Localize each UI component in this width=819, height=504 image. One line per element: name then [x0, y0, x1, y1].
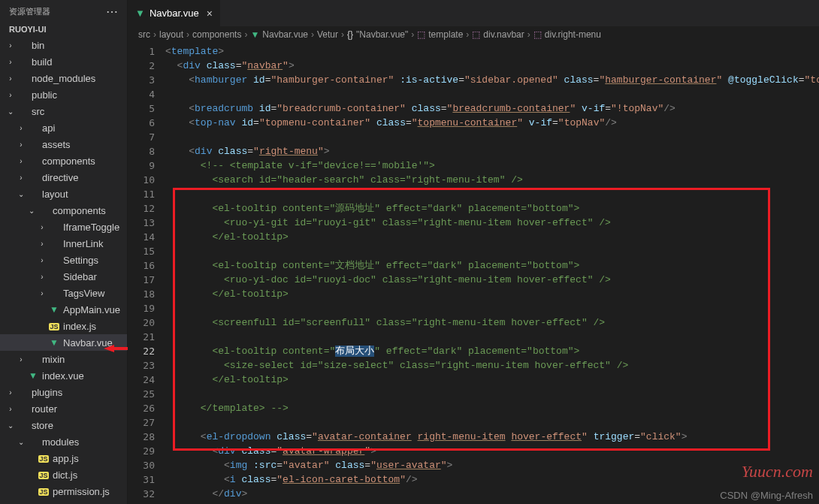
tree-label: TagsView	[63, 288, 104, 299]
tree-item-src[interactable]: ⌄src	[0, 103, 127, 119]
vue-icon: ▼	[48, 304, 60, 315]
tree-label: store	[32, 420, 53, 431]
tree-label: AppMain.vue	[63, 304, 120, 315]
explorer-sidebar: 资源管理器 ⋯ RUOYI-UI ›bin›build›node_modules…	[0, 0, 128, 504]
tree-item-navbar-vue[interactable]: ▼Navbar.vue	[0, 334, 127, 351]
tree-item-app-js[interactable]: JSapp.js	[0, 450, 127, 466]
tree-item-directive[interactable]: ›directive	[0, 169, 127, 186]
tree-item-tagsview[interactable]: ›TagsView	[0, 285, 127, 301]
more-icon[interactable]: ⋯	[106, 5, 118, 19]
tree-label: build	[32, 56, 52, 68]
tree-label: IframeToggle	[63, 222, 119, 233]
tree-label: Settings	[63, 255, 98, 266]
tree-label: plugins	[32, 387, 62, 398]
vue-icon: ▼	[27, 370, 39, 381]
tree-label: Sidebar	[63, 271, 97, 282]
breadcrumb: src›layout›components›▼Navbar.vue›Vetur›…	[128, 26, 819, 43]
tree-item-innerlink[interactable]: ›InnerLink	[0, 235, 127, 252]
tab-bar: ▼ Navbar.vue ×	[128, 0, 819, 26]
tree-label: index.vue	[42, 370, 84, 382]
vue-icon: ▼	[48, 337, 60, 348]
breadcrumb-item[interactable]: Vetur	[317, 29, 338, 40]
tree-label: components	[53, 205, 106, 216]
breadcrumb-item[interactable]: template	[428, 29, 463, 40]
breadcrumb-item[interactable]: Navbar.vue	[262, 29, 308, 40]
js-icon: JS	[38, 469, 50, 480]
tree-label: components	[42, 155, 95, 167]
tab-label: Navbar.vue	[150, 8, 199, 19]
tree-item-sidebar[interactable]: ›Sidebar	[0, 268, 127, 285]
js-icon: JS	[38, 453, 50, 463]
tree-item-iframetoggle[interactable]: ›IframeToggle	[0, 219, 127, 235]
tree-label: mixin	[42, 354, 65, 365]
tree-item-assets[interactable]: ›assets	[0, 136, 127, 152]
vue-icon: ▼	[250, 29, 259, 40]
editor-main: ▼ Navbar.vue × src›layout›components›▼Na…	[128, 0, 819, 504]
breadcrumb-item[interactable]: div.right-menu	[545, 29, 601, 40]
braces-icon: {}	[347, 29, 353, 40]
tree-label: directive	[42, 172, 78, 183]
breadcrumb-item[interactable]: src	[138, 29, 150, 40]
breadcrumb-item[interactable]: components	[192, 29, 241, 40]
tree-item-public[interactable]: ›public	[0, 86, 127, 103]
project-name[interactable]: RUOYI-UI	[0, 23, 127, 37]
tree-label: dict.js	[53, 469, 77, 481]
tree-label: InnerLink	[63, 238, 103, 249]
tree-label: index.js	[63, 321, 96, 332]
breadcrumb-item[interactable]: layout	[159, 29, 183, 40]
tree-label: Navbar.vue	[63, 337, 113, 349]
tpl-icon: ⬚	[417, 29, 425, 40]
tree-label: modules	[42, 436, 79, 448]
tree-item-settings[interactable]: ›Settings	[0, 252, 127, 268]
breadcrumb-item[interactable]: "Navbar.vue"	[356, 29, 408, 40]
file-tree: ›bin›build›node_modules›public⌄src›api›a…	[0, 37, 127, 504]
tree-label: app.js	[53, 453, 79, 464]
tree-item-index-js[interactable]: JSindex.js	[0, 318, 127, 334]
tree-label: router	[32, 403, 57, 415]
tree-label: assets	[42, 139, 71, 150]
tree-label: permission.js	[53, 486, 110, 497]
tree-item-api[interactable]: ›api	[0, 119, 127, 136]
tree-label: api	[42, 122, 55, 134]
tree-item-router[interactable]: ›router	[0, 400, 127, 417]
code-content[interactable]: <template> <div class="navbar"> <hamburg…	[165, 43, 819, 504]
tree-item-components[interactable]: ⌄components	[0, 202, 127, 219]
tree-item-node_modules[interactable]: ›node_modules	[0, 70, 127, 86]
sidebar-header: 资源管理器 ⋯	[0, 0, 127, 23]
vue-icon: ▼	[135, 8, 145, 19]
tree-item-appmain-vue[interactable]: ▼AppMain.vue	[0, 301, 127, 318]
tree-label: bin	[32, 40, 44, 51]
tree-item-permission-js[interactable]: JSpermission.js	[0, 483, 127, 499]
tree-label: public	[32, 89, 57, 101]
tree-label: node_modules	[32, 73, 95, 84]
tree-item-store[interactable]: ⌄store	[0, 417, 127, 433]
tree-item-bin[interactable]: ›bin	[0, 37, 127, 53]
cls-icon: ⬚	[533, 29, 542, 40]
tree-item-plugins[interactable]: ›plugins	[0, 384, 127, 400]
breadcrumb-item[interactable]: div.navbar	[483, 29, 524, 40]
tree-item-components[interactable]: ›components	[0, 152, 127, 169]
editor-area[interactable]: 1234567891011121314151617181920212223242…	[128, 43, 819, 504]
tab-navbar-vue[interactable]: ▼ Navbar.vue ×	[128, 0, 221, 26]
tree-item-layout[interactable]: ⌄layout	[0, 186, 127, 202]
tree-item-index-vue[interactable]: ▼index.vue	[0, 367, 127, 384]
tree-item-modules[interactable]: ⌄modules	[0, 433, 127, 450]
tree-item-mixin[interactable]: ›mixin	[0, 351, 127, 367]
tree-label: layout	[42, 189, 68, 200]
tree-item-dict-js[interactable]: JSdict.js	[0, 466, 127, 483]
line-gutter: 1234567891011121314151617181920212223242…	[128, 43, 165, 504]
js-icon: JS	[38, 486, 50, 496]
cls-icon: ⬚	[472, 29, 480, 40]
close-icon[interactable]: ×	[207, 8, 213, 20]
tree-item-build[interactable]: ›build	[0, 53, 127, 70]
js-icon: JS	[48, 321, 60, 331]
sidebar-title: 资源管理器	[9, 6, 50, 17]
tree-label: src	[32, 106, 44, 117]
